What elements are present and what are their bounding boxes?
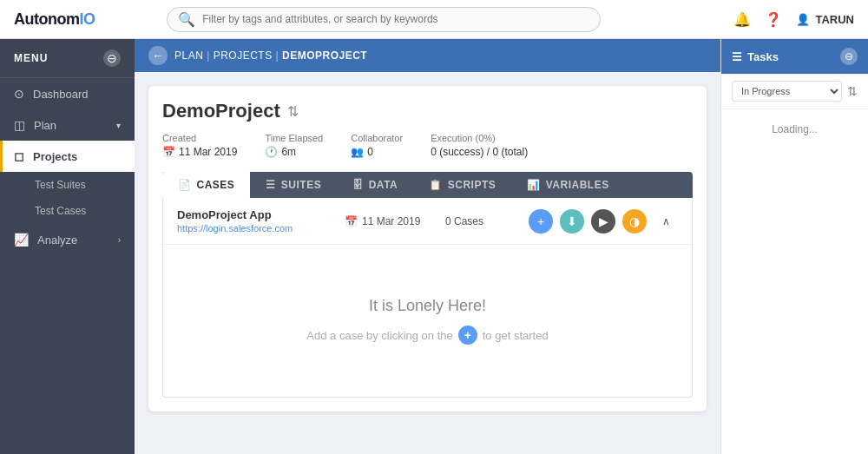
back-icon: ← <box>152 49 164 63</box>
sidebar-label-projects: Projects <box>33 150 77 163</box>
sidebar-header: MENU ⊖ <box>0 39 135 78</box>
projects-icon: ◻ <box>14 149 24 163</box>
people-icon: 👥 <box>351 146 364 158</box>
empty-state-description: Add a case by clicking on the + to get s… <box>306 326 548 345</box>
meta-collab-value: 👥 0 <box>351 146 403 158</box>
meta-elapsed-label: Time Elapsed <box>265 133 323 143</box>
sidebar-item-plan[interactable]: ◫ Plan ▾ <box>0 109 135 141</box>
sidebar-item-analyze[interactable]: 📈 Analyze › <box>0 224 135 255</box>
right-panel-collapse-button[interactable]: ⊖ <box>840 48 858 65</box>
cases-tab-icon: 📄 <box>178 179 192 191</box>
menu-collapse-button[interactable]: ⊖ <box>103 49 121 67</box>
scripts-tab-icon: 📋 <box>429 179 443 191</box>
tab-suites[interactable]: ☰ SUITES <box>250 172 337 198</box>
app-info: DemoProject App https://login.salesforce… <box>177 208 331 234</box>
plan-icon: ◫ <box>14 118 25 132</box>
user-area[interactable]: 👤 TARUN <box>796 13 854 26</box>
breadcrumb-current: DEMOPROJECT <box>282 49 367 62</box>
variables-tab-icon: 📊 <box>527 179 541 191</box>
meta-execution: Execution (0%) 0 (success) / 0 (total) <box>431 133 528 158</box>
search-bar[interactable]: 🔍 <box>167 7 601 32</box>
meta-elapsed-value: 🕐 6m <box>265 146 323 158</box>
content-area: DemoProject ⇅ Created 📅 11 Mar 2019 Time… <box>135 72 720 454</box>
collapse-row-button[interactable]: ∧ <box>654 209 678 234</box>
tasks-label: Tasks <box>747 50 779 63</box>
notification-icon[interactable]: 🔔 <box>733 11 751 28</box>
app-cases-count: 0 Cases <box>445 215 515 227</box>
tab-cases[interactable]: 📄 CASES <box>162 172 250 198</box>
meta-collaborator: Collaborator 👥 0 <box>351 133 403 158</box>
tab-data[interactable]: 🗄 DATA <box>337 172 413 198</box>
sidebar-item-test-suites[interactable]: Test Suites <box>0 172 135 198</box>
project-arrows-icon[interactable]: ⇅ <box>287 103 299 120</box>
suites-tab-icon: ☰ <box>266 179 276 191</box>
main-layout: MENU ⊖ ⊙ Dashboard ◫ Plan ▾ ◻ Projects T… <box>0 39 868 454</box>
app-date: 📅 11 Mar 2019 <box>345 215 431 227</box>
meta-created: Created 📅 11 Mar 2019 <box>162 133 237 158</box>
calendar-icon: 📅 <box>162 146 175 158</box>
meta-exec-label: Execution (0%) <box>431 133 528 143</box>
tab-scripts[interactable]: 📋 SCRIPTS <box>413 172 511 198</box>
sidebar-item-test-cases[interactable]: Test Cases <box>0 198 135 224</box>
breadcrumb-projects[interactable]: PROJECTS <box>214 49 273 62</box>
user-avatar-icon: 👤 <box>796 13 810 26</box>
meta-exec-value: 0 (success) / 0 (total) <box>431 146 528 158</box>
project-meta: Created 📅 11 Mar 2019 Time Elapsed 🕐 6m <box>162 133 693 158</box>
tasks-filter-select[interactable]: In Progress <box>732 81 842 102</box>
loading-text: Loading... <box>772 123 818 135</box>
app-name: DemoProject App <box>177 208 331 221</box>
sidebar-label-test-cases: Test Cases <box>35 205 86 217</box>
app-row: DemoProject App https://login.salesforce… <box>163 198 692 245</box>
clock-icon: 🕐 <box>265 146 278 158</box>
meta-created-value: 📅 11 Mar 2019 <box>162 146 237 158</box>
plan-chevron-icon: ▾ <box>116 121 121 130</box>
top-navigation: AutonomIO 🔍 🔔 ❓ 👤 TARUN <box>0 0 868 39</box>
project-name: DemoProject <box>162 100 280 122</box>
sidebar-item-dashboard[interactable]: ⊙ Dashboard <box>0 78 135 109</box>
tabs: 📄 CASES ☰ SUITES 🗄 DATA 📋 SCRIPTS <box>162 172 693 198</box>
app-link[interactable]: https://login.salesforce.com <box>177 223 331 234</box>
meta-created-label: Created <box>162 133 237 143</box>
empty-state-title: It is Lonely Here! <box>369 297 486 315</box>
search-input[interactable] <box>202 13 589 25</box>
right-panel-title: ☰ Tasks <box>732 50 779 63</box>
date-icon: 📅 <box>345 215 358 227</box>
right-panel-header: ☰ Tasks ⊖ <box>721 39 868 74</box>
sidebar-label-dashboard: Dashboard <box>33 88 89 101</box>
tab-variables[interactable]: 📊 VARIABLES <box>511 172 624 198</box>
app-logo: AutonomIO <box>14 10 95 29</box>
project-card: DemoProject ⇅ Created 📅 11 Mar 2019 Time… <box>148 86 707 411</box>
empty-desc-prefix: Add a case by clicking on the <box>306 329 452 342</box>
search-icon: 🔍 <box>178 11 195 28</box>
analyze-icon: 📈 <box>14 233 29 247</box>
chart-button[interactable]: ◑ <box>622 209 647 234</box>
analyze-chevron-icon: › <box>118 235 121 245</box>
filter-icon[interactable]: ⇅ <box>847 84 858 98</box>
right-panel-loading: Loading... <box>721 109 868 149</box>
empty-desc-suffix: to get started <box>483 329 549 342</box>
app-actions: + ⬇ ▶ ◑ ∧ <box>529 209 678 234</box>
cases-tab-label: CASES <box>197 179 235 191</box>
dashboard-icon: ⊙ <box>14 87 24 101</box>
upload-button[interactable]: ⬇ <box>560 209 584 234</box>
sidebar-label-plan: Plan <box>34 119 56 132</box>
help-icon[interactable]: ❓ <box>765 11 782 28</box>
tab-content: DemoProject App https://login.salesforce… <box>162 198 693 398</box>
user-name: TARUN <box>815 13 854 26</box>
data-tab-label: DATA <box>369 179 398 191</box>
tasks-icon: ☰ <box>732 50 742 63</box>
app-date-value: 11 Mar 2019 <box>362 215 420 227</box>
breadcrumb: PLAN | PROJECTS | DEMOPROJECT <box>174 49 367 62</box>
right-panel: ☰ Tasks ⊖ In Progress ⇅ Loading... <box>720 39 868 454</box>
variables-tab-label: VARIABLES <box>546 179 609 191</box>
breadcrumb-back-button[interactable]: ← <box>148 46 168 65</box>
filter-bar: In Progress ⇅ <box>721 74 868 109</box>
sidebar-item-projects[interactable]: ◻ Projects <box>0 141 135 172</box>
add-case-button[interactable]: + <box>529 209 553 234</box>
project-title: DemoProject ⇅ <box>162 100 693 122</box>
add-case-inline-button[interactable]: + <box>458 326 477 345</box>
sidebar-label-test-suites: Test Suites <box>35 179 86 191</box>
video-button[interactable]: ▶ <box>591 209 615 234</box>
empty-state: It is Lonely Here! Add a case by clickin… <box>163 245 692 397</box>
breadcrumb-plan[interactable]: PLAN <box>174 49 203 62</box>
